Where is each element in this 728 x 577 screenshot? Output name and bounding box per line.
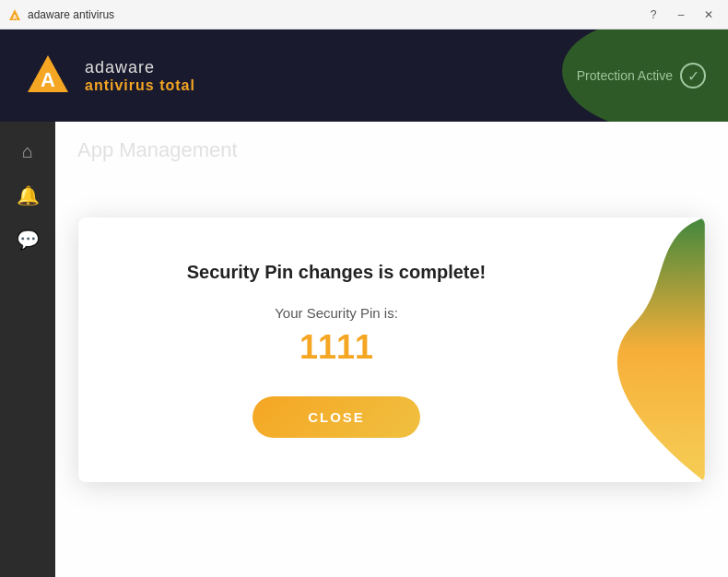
modal-subtitle: Your Security Pin is: [275, 305, 398, 321]
protection-check-icon: ✓ [680, 63, 706, 88]
modal-title: Security Pin changes is complete! [187, 262, 487, 283]
logo-icon: A [22, 50, 74, 101]
title-bar-controls: ? – ✕ [641, 6, 721, 24]
window-close-button[interactable]: ✕ [697, 6, 721, 24]
decoration-wave [599, 218, 705, 482]
sidebar-chat-icon[interactable]: 💬 [9, 221, 46, 258]
logo-product: antivirus total [85, 77, 195, 94]
sidebar-bell-icon[interactable]: 🔔 [9, 177, 46, 214]
sidebar-home-icon[interactable]: ⌂ [9, 133, 46, 170]
content-area: App Management EXPIRATION: 05/17/26 17:5… [55, 122, 728, 577]
modal-overlay: Security Pin changes is complete! Your S… [55, 122, 728, 577]
svg-text:A: A [12, 14, 17, 20]
logo-text: adaware antivirus total [85, 58, 195, 94]
protection-badge: Protection Active ✓ [577, 63, 706, 88]
sidebar: ⌂ 🔔 💬 [0, 122, 55, 577]
app-container: A adaware antivirus total Protection Act… [0, 29, 728, 577]
logo-area: A adaware antivirus total [22, 50, 195, 101]
app-header: A adaware antivirus total Protection Act… [0, 29, 728, 122]
pin-display: 1111 [299, 328, 373, 367]
svg-text:A: A [41, 68, 55, 91]
modal-close-button[interactable]: CLOSE [252, 396, 420, 438]
modal-dialog: Security Pin changes is complete! Your S… [78, 218, 705, 482]
minimize-button[interactable]: – [669, 6, 693, 24]
modal-decoration [594, 218, 705, 482]
app-icon: A [7, 7, 22, 22]
app-body: ⌂ 🔔 💬 App Management EXPIRATION: 05/17/2… [0, 122, 728, 577]
title-bar: A adaware antivirus ? – ✕ [0, 0, 728, 29]
title-bar-left: A adaware antivirus [7, 7, 114, 22]
title-bar-title: adaware antivirus [28, 8, 114, 21]
help-button[interactable]: ? [641, 6, 665, 24]
protection-label: Protection Active [577, 68, 673, 83]
logo-name: adaware [85, 58, 195, 77]
modal-content: Security Pin changes is complete! Your S… [78, 218, 594, 482]
